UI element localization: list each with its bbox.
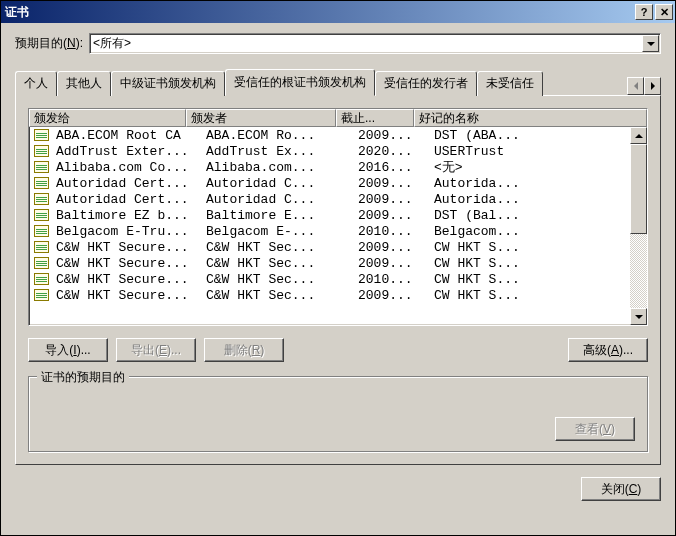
cell-friendly: Belgacom... xyxy=(430,224,624,239)
certificate-list[interactable]: 颁发给 颁发者 截止... 好记的名称 ABA.ECOM Root CAABA.… xyxy=(28,108,648,326)
table-row[interactable]: ABA.ECOM Root CAABA.ECOM Ro...2009...DST… xyxy=(29,127,630,143)
group-title: 证书的预期目的 xyxy=(37,369,129,386)
cell-expires: 2020... xyxy=(354,144,430,159)
cell-issued-to: Autoridad Cert... xyxy=(52,176,202,191)
cell-issued-to: C&W HKT Secure... xyxy=(52,288,202,303)
cell-expires: 2009... xyxy=(354,192,430,207)
intended-purpose-group: 证书的预期目的 查看(V) xyxy=(28,376,648,452)
table-row[interactable]: C&W HKT Secure...C&W HKT Sec...2009...CW… xyxy=(29,239,630,255)
table-row[interactable]: AddTrust Exter...AddTrust Ex...2020...US… xyxy=(29,143,630,159)
tab-2[interactable]: 中级证书颁发机构 xyxy=(111,71,225,96)
cell-issued-to: Alibaba.com Co... xyxy=(52,160,202,175)
cell-friendly: Autorida... xyxy=(430,176,624,191)
tab-3[interactable]: 受信任的根证书颁发机构 xyxy=(225,69,375,96)
intended-purpose-combo[interactable]: <所有> xyxy=(89,33,661,54)
tab-scroll-right[interactable] xyxy=(644,77,661,95)
cell-friendly: DST (Bal... xyxy=(430,208,624,223)
cell-issued-to: Autoridad Cert... xyxy=(52,192,202,207)
certificate-icon xyxy=(33,289,49,302)
table-row[interactable]: Autoridad Cert...Autoridad C...2009...Au… xyxy=(29,191,630,207)
cell-issued-to: C&W HKT Secure... xyxy=(52,272,202,287)
table-row[interactable]: Belgacom E-Tru...Belgacom E-...2010...Be… xyxy=(29,223,630,239)
cell-friendly: Autorida... xyxy=(430,192,624,207)
cell-expires: 2009... xyxy=(354,256,430,271)
export-button: 导出(E)... xyxy=(116,338,196,362)
cell-issued-by: C&W HKT Sec... xyxy=(202,272,354,287)
close-button[interactable]: 关闭(C) xyxy=(581,477,661,501)
list-header: 颁发给 颁发者 截止... 好记的名称 xyxy=(29,109,647,127)
cell-issued-by: AddTrust Ex... xyxy=(202,144,354,159)
cell-issued-to: AddTrust Exter... xyxy=(52,144,202,159)
cell-issued-by: ABA.ECOM Ro... xyxy=(202,128,354,143)
help-button[interactable]: ? xyxy=(635,4,653,20)
import-button[interactable]: 导入(I)... xyxy=(28,338,108,362)
tab-scroll xyxy=(627,77,661,95)
scroll-down-icon[interactable] xyxy=(630,308,647,325)
cell-expires: 2010... xyxy=(354,224,430,239)
col-issued-by[interactable]: 颁发者 xyxy=(186,109,336,127)
intended-purpose-label: 预期目的(N): xyxy=(15,35,83,52)
scrollbar-vertical[interactable] xyxy=(630,127,647,325)
certificate-icon xyxy=(33,209,49,222)
cell-issued-by: Belgacom E-... xyxy=(202,224,354,239)
cell-expires: 2009... xyxy=(354,240,430,255)
cell-friendly: CW HKT S... xyxy=(430,288,624,303)
cell-issued-by: Baltimore E... xyxy=(202,208,354,223)
cell-expires: 2009... xyxy=(354,208,430,223)
certificate-icon xyxy=(33,145,49,158)
cell-issued-to: C&W HKT Secure... xyxy=(52,240,202,255)
delete-button: 删除(R) xyxy=(204,338,284,362)
tab-4[interactable]: 受信任的发行者 xyxy=(375,71,477,96)
intended-purpose-value: <所有> xyxy=(90,35,641,52)
cell-friendly: DST (ABA... xyxy=(430,128,624,143)
cell-issued-to: C&W HKT Secure... xyxy=(52,256,202,271)
tab-0[interactable]: 个人 xyxy=(15,71,57,96)
cell-issued-by: Autoridad C... xyxy=(202,176,354,191)
cell-issued-to: ABA.ECOM Root CA xyxy=(52,128,202,143)
cell-expires: 2010... xyxy=(354,272,430,287)
certificate-icon xyxy=(33,225,49,238)
certificate-icon xyxy=(33,177,49,190)
certificate-icon xyxy=(33,273,49,286)
table-row[interactable]: C&W HKT Secure...C&W HKT Sec...2009...CW… xyxy=(29,255,630,271)
cell-issued-by: C&W HKT Sec... xyxy=(202,288,354,303)
tab-1[interactable]: 其他人 xyxy=(57,71,111,96)
cell-friendly: CW HKT S... xyxy=(430,240,624,255)
cell-expires: 2009... xyxy=(354,128,430,143)
table-row[interactable]: C&W HKT Secure...C&W HKT Sec...2009...CW… xyxy=(29,287,630,303)
cell-issued-by: C&W HKT Sec... xyxy=(202,240,354,255)
cell-friendly: <无> xyxy=(430,158,624,176)
chevron-down-icon[interactable] xyxy=(642,35,659,52)
close-icon[interactable]: ✕ xyxy=(655,4,673,20)
tab-page: 颁发给 颁发者 截止... 好记的名称 ABA.ECOM Root CAABA.… xyxy=(15,95,661,465)
certificate-icon xyxy=(33,257,49,270)
tab-5[interactable]: 未受信任 xyxy=(477,71,543,96)
col-expires[interactable]: 截止... xyxy=(336,109,414,127)
table-row[interactable]: C&W HKT Secure...C&W HKT Sec...2010...CW… xyxy=(29,271,630,287)
table-row[interactable]: Autoridad Cert...Autoridad C...2009...Au… xyxy=(29,175,630,191)
scroll-thumb[interactable] xyxy=(630,144,647,234)
cell-issued-by: C&W HKT Sec... xyxy=(202,256,354,271)
advanced-button[interactable]: 高级(A)... xyxy=(568,338,648,362)
table-row[interactable]: Alibaba.com Co...Alibaba.com...2016...<无… xyxy=(29,159,630,175)
scroll-track[interactable] xyxy=(630,144,647,308)
cell-issued-by: Alibaba.com... xyxy=(202,160,354,175)
view-button: 查看(V) xyxy=(555,417,635,441)
cell-expires: 2009... xyxy=(354,288,430,303)
certificate-icon xyxy=(33,161,49,174)
certificate-icon xyxy=(33,193,49,206)
certificate-icon xyxy=(33,129,49,142)
col-issued-to[interactable]: 颁发给 xyxy=(29,109,186,127)
cell-friendly: CW HKT S... xyxy=(430,256,624,271)
content: 预期目的(N): <所有> 个人其他人中级证书颁发机构受信任的根证书颁发机构受信… xyxy=(1,23,675,535)
window-title: 证书 xyxy=(5,4,633,21)
certificates-dialog: 证书 ? ✕ 预期目的(N): <所有> 个人其他人中级证书颁发机构受信任的根证… xyxy=(0,0,676,536)
tab-scroll-left[interactable] xyxy=(627,77,644,95)
col-friendly[interactable]: 好记的名称 xyxy=(414,109,647,127)
table-row[interactable]: Baltimore EZ b...Baltimore E...2009...DS… xyxy=(29,207,630,223)
cell-issued-by: Autoridad C... xyxy=(202,192,354,207)
titlebar[interactable]: 证书 ? ✕ xyxy=(1,1,675,23)
cell-issued-to: Belgacom E-Tru... xyxy=(52,224,202,239)
cell-friendly: CW HKT S... xyxy=(430,272,624,287)
scroll-up-icon[interactable] xyxy=(630,127,647,144)
